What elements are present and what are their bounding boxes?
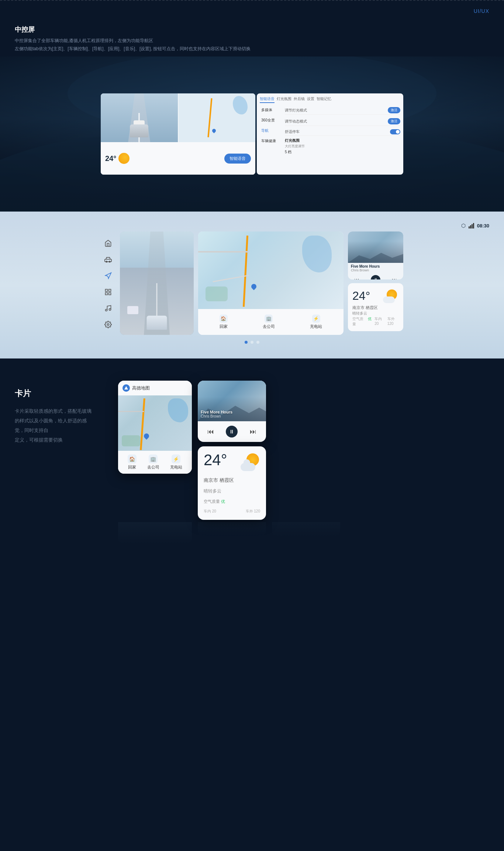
right-screen: 智能语音 灯光氛围 外后镜 设置 智能记忆 多媒体 360全景 导航 车辆健康 …	[257, 93, 403, 175]
nav-dest-home[interactable]: 🏠 回家	[220, 315, 228, 329]
camera-360-mini	[101, 93, 178, 142]
cards-section-title: 卡片	[15, 388, 96, 399]
header-area: UI/UX	[0, 1, 504, 18]
music-title: Five More Hours	[351, 264, 400, 268]
aqi-label-lg: 空气质量 优	[204, 499, 225, 504]
map-home-label: 回家	[128, 464, 136, 470]
prev-btn-lg[interactable]: ⏮	[207, 428, 214, 436]
map-dest-charge[interactable]: ⚡ 充电站	[170, 454, 182, 470]
indoor-label: 车内20	[374, 316, 384, 327]
smart-voice-button[interactable]: 智能语音	[224, 154, 251, 164]
nav-map-mini	[179, 93, 256, 142]
weather-card: 24° 南京市 栖霞区 晴转多云 空气质量 优 车内20 车	[348, 283, 403, 331]
menu-360[interactable]: 360全景	[260, 116, 282, 124]
camera-360-card: 360全景 行车记录	[120, 231, 194, 335]
cards-text: 卡片 卡片采取轻质感的形式，搭配毛玻璃的样式以及小圆角，给人舒适的感觉，同时支持…	[15, 381, 96, 445]
svg-point-11	[109, 309, 111, 310]
outdoor-label: 车外120	[387, 316, 399, 327]
office-dest-label: 去公司	[263, 324, 275, 329]
brightness-label: 大灯亮度调节	[285, 144, 400, 149]
aqi-value: 优	[368, 316, 372, 327]
nav-destination-marker	[251, 284, 257, 292]
charge-dest-icon: ⚡	[312, 315, 320, 323]
svg-point-12	[107, 324, 109, 326]
weather-card-large: 24° 南京市 栖霞区 晴转多云 空气质量 优 车内 20	[198, 446, 266, 520]
office-dest-icon: 🏢	[265, 315, 273, 323]
music-overlay: Five More Hours Chris Brown	[198, 407, 266, 421]
tab-settings[interactable]: 设置	[307, 96, 314, 103]
right-cards-col: Five More Hours Chris Brown ⏮ ⏸ ⏭ 24°	[348, 231, 403, 335]
temp-display: 24°	[105, 154, 116, 163]
weather-sun-icon	[382, 288, 399, 304]
music-song-title-lg: Five More Hours	[201, 410, 263, 414]
svg-rect-8	[106, 293, 108, 295]
sidebar-icon-car[interactable]	[104, 255, 113, 264]
play-btn-lg[interactable]: ⏸	[226, 426, 238, 437]
ui-sidebar	[101, 231, 115, 335]
home-dest-label: 回家	[220, 324, 228, 329]
outdoor-air-label: 车外 120	[246, 509, 260, 514]
right-menu: 多媒体 360全景 导航 车辆健康	[260, 106, 282, 155]
menu-multimedia[interactable]: 多媒体	[260, 106, 282, 114]
nav-dest-office[interactable]: 🏢 去公司	[263, 315, 275, 329]
map-dest-home[interactable]: 🏠 回家	[128, 454, 137, 470]
menu-vehicle-health[interactable]: 车辆健康	[260, 137, 282, 145]
weather-detail-row: 车内 20 车外 120	[204, 509, 260, 514]
signal-bars	[469, 223, 474, 229]
weather-temp: 24°	[352, 289, 370, 303]
next-btn-lg[interactable]: ⏭	[250, 428, 256, 436]
activate-btn-1[interactable]: 激活	[388, 107, 400, 113]
music-artist-lg: Chris Brown	[201, 414, 263, 418]
music-controls-lg: ⏮ ⏸ ⏭	[198, 421, 266, 442]
play-pause-button[interactable]: ⏸	[371, 275, 380, 280]
tab-lights[interactable]: 灯光氛围	[277, 96, 291, 103]
tab-smart-voice[interactable]: 智能语音	[260, 96, 275, 103]
weather-aqi: 晴转多云	[352, 311, 399, 316]
cards-section: 卡片 卡片采取轻质感的形式，搭配毛玻璃的样式以及小圆角，给人舒适的感觉，同时支持…	[0, 358, 504, 580]
music-card-reflection	[198, 522, 266, 537]
tab-mirror[interactable]: 外后镜	[294, 96, 305, 103]
tab-memory[interactable]: 智能记忆	[317, 96, 331, 103]
detail-row-3: 舒适停车	[285, 128, 400, 136]
nav-dest-charge[interactable]: ⚡ 充电站	[310, 315, 322, 329]
svg-rect-9	[109, 293, 111, 295]
showcase-section: ⬡ 08:30	[0, 212, 504, 358]
sidebar-icon-nav[interactable]	[104, 271, 113, 280]
map-dest-office[interactable]: 🏢 去公司	[147, 454, 159, 470]
sidebar-icon-apps[interactable]	[104, 288, 113, 296]
weather-city-lg: 南京市 栖霞区	[204, 477, 260, 484]
car-background: 24° 智能语音 智能语音 灯光氛围 外后镜 设置 智能记忆 多媒体 360全景…	[0, 56, 504, 212]
cards-showcase: 高德地图	[118, 381, 340, 544]
map-office-icon: 🏢	[149, 454, 158, 463]
weather-condition-lg: 晴转多云	[204, 488, 260, 494]
music-album-art	[348, 231, 403, 263]
status-bar: ⬡ 08:30	[7, 223, 497, 231]
map-card-map	[118, 395, 192, 451]
svg-rect-7	[109, 289, 111, 292]
music-card-large: Five More Hours Chris Brown ⏮ ⏸ ⏭	[198, 381, 266, 442]
weather-icon-lg	[240, 452, 260, 473]
dot-3[interactable]	[256, 341, 259, 344]
page-desc-line2: 左侧功能tab依次为[主页]、[车辆控制]、[导航]、[应用]、[音乐]、[设置…	[15, 45, 489, 53]
sidebar-icon-home[interactable]	[104, 239, 113, 248]
pagination-dots	[7, 335, 497, 347]
svg-marker-13	[124, 386, 128, 390]
music-card: Five More Hours Chris Brown ⏮ ⏸ ⏭	[348, 231, 403, 279]
brightness-value: 5 档	[285, 150, 400, 155]
dot-1[interactable]	[245, 341, 248, 344]
activate-btn-2[interactable]: 激活	[388, 118, 400, 124]
sidebar-icon-music[interactable]	[104, 304, 113, 313]
dot-2[interactable]	[251, 341, 253, 344]
prev-button[interactable]: ⏮	[353, 276, 360, 280]
page-desc-line1: 中控屏集合了全部车辆功能,遵循人机工程原理排列，左侧为功能导航区	[15, 37, 489, 45]
menu-nav[interactable]: 导航	[260, 127, 282, 135]
right-tabs: 智能语音 灯光氛围 外后镜 设置 智能记忆	[260, 96, 400, 103]
map-card-header: 高德地图	[118, 381, 192, 395]
sidebar-icon-settings[interactable]	[104, 320, 113, 329]
page-title: 中控屏	[15, 25, 489, 34]
dashboard-screens: 24° 智能语音 智能语音 灯光氛围 外后镜 设置 智能记忆 多媒体 360全景…	[101, 93, 403, 175]
gaode-map-label: 高德地图	[132, 385, 150, 391]
next-button[interactable]: ⏭	[391, 276, 398, 280]
home-dest-icon: 🏠	[220, 315, 228, 323]
comfort-park-toggle[interactable]	[390, 129, 400, 134]
